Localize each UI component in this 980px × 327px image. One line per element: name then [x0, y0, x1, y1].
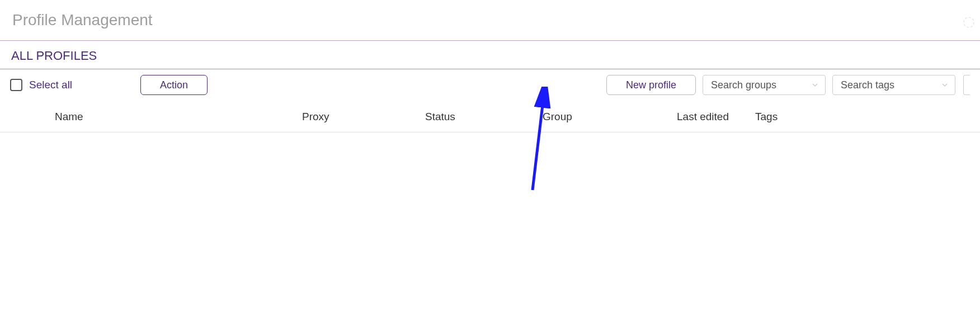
page-title: Profile Management	[12, 11, 980, 29]
table-header-row: Name Proxy Status Group Last edited Tags	[0, 101, 980, 132]
select-all-wrap: Select all	[10, 79, 72, 91]
chevron-down-icon	[812, 82, 818, 88]
column-header-proxy: Proxy	[302, 111, 425, 123]
column-header-group: Group	[543, 111, 677, 123]
action-button[interactable]: Action	[140, 75, 208, 95]
search-groups-dropdown[interactable]: Search groups	[703, 75, 826, 95]
page-header: Profile Management	[0, 0, 980, 41]
column-header-status: Status	[425, 111, 543, 123]
svg-point-0	[964, 17, 974, 27]
search-tags-placeholder: Search tags	[841, 79, 894, 91]
search-groups-placeholder: Search groups	[711, 79, 776, 91]
new-profile-button-label: New profile	[626, 79, 676, 91]
search-tags-dropdown[interactable]: Search tags	[832, 75, 955, 95]
select-all-checkbox[interactable]	[10, 79, 22, 91]
settings-icon[interactable]	[962, 16, 976, 29]
column-header-last-edited: Last edited	[677, 111, 755, 123]
select-all-label: Select all	[29, 79, 72, 91]
chevron-down-icon	[941, 82, 948, 88]
column-header-tags: Tags	[755, 111, 980, 123]
section-title: ALL PROFILES	[0, 41, 980, 69]
action-button-label: Action	[160, 79, 188, 91]
column-header-name: Name	[0, 111, 302, 123]
toolbar: Select all Action New profile Search gro…	[0, 69, 980, 101]
new-profile-button[interactable]: New profile	[606, 75, 696, 95]
extra-control-partial[interactable]	[963, 75, 970, 95]
